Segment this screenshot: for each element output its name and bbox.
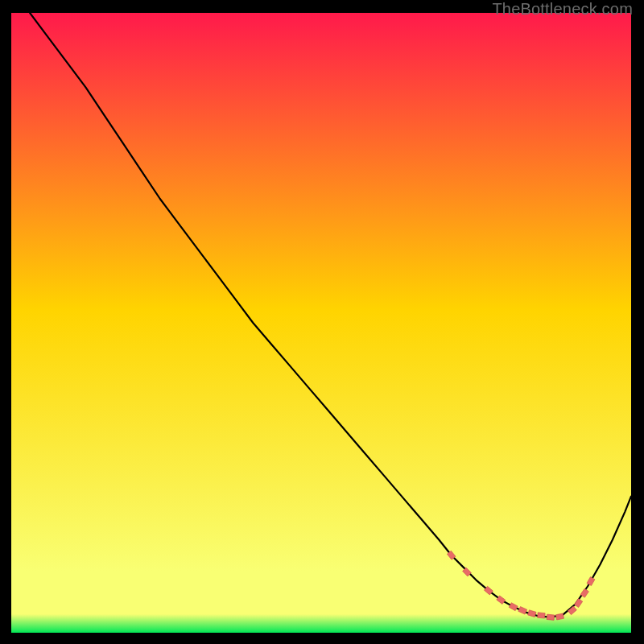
watermark-text: TheBottleneck.com	[492, 0, 633, 19]
bottleneck-chart	[11, 13, 631, 633]
gradient-background	[11, 13, 631, 633]
highlight-marker	[538, 613, 546, 618]
chart-stage: TheBottleneck.com	[0, 0, 644, 644]
highlight-marker	[547, 614, 555, 620]
highlight-marker	[555, 613, 564, 620]
